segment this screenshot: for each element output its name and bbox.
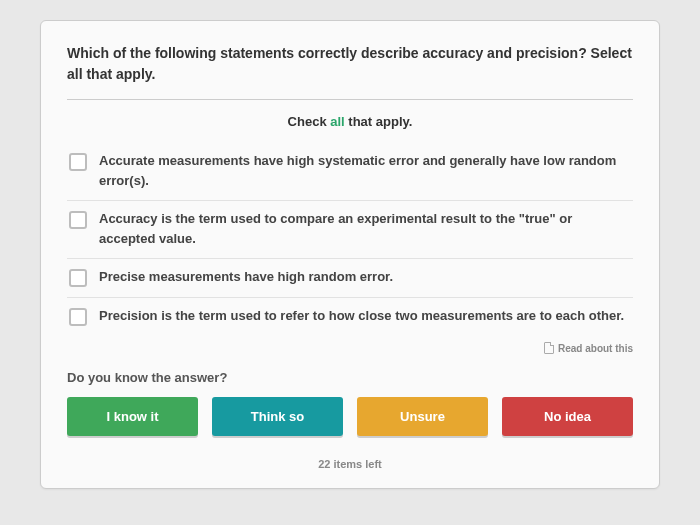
document-icon xyxy=(544,342,554,354)
instruction-suffix: that apply. xyxy=(345,114,413,129)
option-row[interactable]: Precision is the term used to refer to h… xyxy=(67,298,633,336)
read-about-link[interactable]: Read about this xyxy=(544,342,633,354)
option-row[interactable]: Precise measurements have high random er… xyxy=(67,259,633,298)
instruction-all: all xyxy=(330,114,344,129)
read-about-label: Read about this xyxy=(558,343,633,354)
options-list: Accurate measurements have high systemat… xyxy=(67,143,633,336)
option-text: Accurate measurements have high systemat… xyxy=(99,151,631,190)
checkbox[interactable] xyxy=(69,269,87,287)
divider xyxy=(67,99,633,100)
option-text: Precision is the term used to refer to h… xyxy=(99,306,624,326)
checkbox[interactable] xyxy=(69,153,87,171)
instruction-text: Check all that apply. xyxy=(67,114,633,129)
i-know-it-button[interactable]: I know it xyxy=(67,397,198,436)
question-text: Which of the following statements correc… xyxy=(67,43,633,85)
option-row[interactable]: Accurate measurements have high systemat… xyxy=(67,143,633,201)
option-text: Precise measurements have high random er… xyxy=(99,267,393,287)
option-text: Accuracy is the term used to compare an … xyxy=(99,209,631,248)
unsure-button[interactable]: Unsure xyxy=(357,397,488,436)
answer-buttons-row: I know it Think so Unsure No idea xyxy=(67,397,633,436)
think-so-button[interactable]: Think so xyxy=(212,397,343,436)
option-row[interactable]: Accuracy is the term used to compare an … xyxy=(67,201,633,259)
answer-prompt: Do you know the answer? xyxy=(67,370,633,385)
checkbox[interactable] xyxy=(69,211,87,229)
instruction-prefix: Check xyxy=(288,114,331,129)
question-card: Which of the following statements correc… xyxy=(40,20,660,489)
items-left-label: 22 items left xyxy=(67,458,633,470)
read-about-row: Read about this xyxy=(67,342,633,354)
no-idea-button[interactable]: No idea xyxy=(502,397,633,436)
checkbox[interactable] xyxy=(69,308,87,326)
